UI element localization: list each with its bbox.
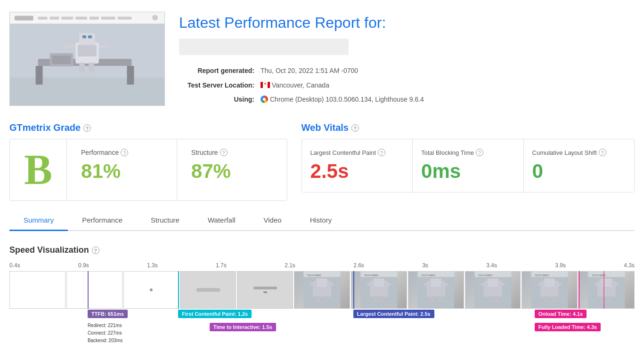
svg-rect-36	[326, 283, 334, 286]
tab-waterfall[interactable]: Waterfall	[194, 210, 250, 231]
svg-rect-6	[75, 17, 87, 20]
svg-rect-29	[268, 82, 270, 88]
tbt-box: Total Blocking Time ? 0ms	[413, 139, 523, 192]
svg-rect-64	[487, 296, 491, 303]
report-meta: Report generated: Thu, Oct 20, 2022 1:51…	[179, 64, 635, 106]
onload-text: Onload Time: 4.1s	[538, 311, 583, 317]
tbt-help-icon[interactable]: ?	[476, 149, 483, 156]
vitals-help-icon[interactable]: ?	[351, 124, 359, 132]
svg-rect-38	[324, 296, 327, 303]
frame-6: TECH AMERI	[294, 271, 350, 309]
svg-rect-28	[261, 82, 263, 88]
lcp-label: Largest Contentful Paint ?	[310, 149, 404, 156]
svg-text:TECH AMERI: TECH AMERI	[364, 274, 378, 277]
tbt-value: 0ms	[421, 160, 514, 183]
server-value: Vancouver, Canada	[272, 79, 329, 92]
svg-rect-9	[118, 17, 132, 20]
ttfb-backend: Backend: 203ms	[88, 337, 123, 344]
svg-rect-8	[101, 17, 115, 20]
structure-score-value: 87%	[191, 160, 273, 183]
ruler-mark-2: 0.9s	[78, 262, 89, 269]
svg-rect-37	[317, 296, 320, 303]
screenshot-svg	[10, 12, 164, 106]
speed-help-icon[interactable]: ?	[92, 247, 99, 254]
svg-rect-54	[440, 283, 448, 286]
svg-rect-14	[36, 66, 43, 85]
lcp-ann-text: Largest Contentful Paint: 2.5s	[357, 311, 431, 317]
ruler-mark-6: 2.6s	[353, 262, 364, 269]
struct-help-icon[interactable]: ?	[220, 149, 228, 156]
fcp-text: First Contentful Paint: 1.2s	[182, 311, 248, 317]
lcp-help-icon[interactable]: ?	[378, 149, 385, 156]
generated-value: Thu, Oct 20, 2022 1:51 AM -0700	[261, 64, 358, 77]
ttfb-connect: Connect: 227ms	[88, 329, 123, 337]
using-label: Using:	[179, 93, 254, 106]
tab-performance[interactable]: Performance	[68, 210, 137, 231]
svg-rect-15	[127, 66, 134, 85]
ruler-mark-10: 4.3s	[624, 262, 635, 269]
tbt-label-text: Total Blocking Time	[421, 149, 474, 156]
lcp-annotation: Largest Contentful Paint: 2.5s	[353, 310, 434, 318]
svg-text:TECH AMERI: TECH AMERI	[535, 274, 549, 277]
ruler-mark-4: 1.7s	[216, 262, 227, 269]
grade-letter: B	[24, 149, 52, 191]
svg-rect-20	[88, 35, 92, 38]
tab-video[interactable]: Video	[250, 210, 296, 231]
ruler-mark-3: 1.3s	[147, 262, 158, 269]
grade-letter-box: B	[10, 139, 67, 200]
svg-rect-22	[99, 45, 111, 48]
svg-text:TECH AMERI: TECH AMERI	[592, 274, 606, 277]
frame-2	[66, 271, 122, 309]
tab-structure[interactable]: Structure	[137, 210, 194, 231]
speed-visualization-title: Speed Visualization ?	[9, 245, 635, 255]
web-vitals-title: Web Vitals ?	[302, 122, 635, 133]
lcp-value: 2.5s	[310, 160, 404, 183]
frames-row: TECH AMERI TECH AMERI TECH AMERI TECH AM…	[9, 271, 635, 309]
svg-rect-56	[438, 296, 441, 303]
gtmetrix-grade-section: GTmetrix Grade ? B Performance ? 81%	[9, 122, 287, 201]
ttfb-detail: Redirect: 221ms Connect: 227ms Backend: …	[88, 322, 123, 344]
timeline-ruler: 0.4s 0.9s 1.3s 1.7s 2.1s 2.6s 3s 3.4s 3.…	[9, 262, 635, 269]
frames-area: TECH AMERI TECH AMERI TECH AMERI TECH AM…	[9, 271, 635, 309]
cls-value: 0	[532, 160, 626, 183]
fully-loaded-annotation: Fully Loaded Time: 4.3s	[535, 323, 601, 331]
perf-help-icon[interactable]: ?	[121, 149, 128, 156]
svg-rect-55	[430, 296, 434, 303]
url-bar	[179, 39, 349, 55]
ttfb-redirect: Redirect: 221ms	[88, 322, 123, 329]
svg-rect-83	[608, 296, 612, 303]
svg-rect-61	[487, 279, 498, 287]
tti-annotation: Time to Interactive: 1.5s	[210, 323, 276, 331]
svg-rect-79	[601, 279, 612, 287]
site-screenshot	[9, 12, 165, 106]
svg-rect-73	[544, 296, 548, 303]
lcp-label-text: Largest Contentful Paint	[310, 149, 376, 156]
cls-help-icon[interactable]: ?	[599, 149, 606, 156]
ruler-mark-8: 3.4s	[486, 262, 497, 269]
gtmetrix-help-icon[interactable]: ?	[83, 124, 91, 132]
tab-summary[interactable]: Summary	[9, 210, 68, 231]
svg-rect-24	[89, 63, 94, 72]
svg-rect-70	[544, 279, 555, 287]
frame-10: TECH AMERI	[522, 271, 578, 309]
performance-score-value: 81%	[81, 160, 163, 183]
frame-5	[237, 271, 293, 309]
grade-card: B Performance ? 81% Structure ?	[9, 139, 287, 201]
struct-label-text: Structure	[191, 149, 218, 156]
vitals-card: Largest Contentful Paint ? 2.5s Total Bl…	[302, 139, 635, 192]
tabs-list: Summary Performance Structure Waterfall …	[9, 210, 635, 230]
cls-label-text: Cumulative Layout Shift	[532, 149, 597, 156]
ruler-mark-7: 3s	[422, 262, 428, 269]
frame-11: TECH AMERI	[579, 271, 635, 309]
svg-point-10	[152, 15, 158, 21]
tab-history[interactable]: History	[296, 210, 346, 231]
svg-rect-47	[381, 296, 384, 303]
performance-score-box: Performance ? 81%	[67, 139, 177, 200]
frame-1	[9, 271, 65, 309]
svg-rect-12	[10, 78, 164, 106]
ttfb-text: TTFB: 651ms	[91, 311, 124, 317]
svg-rect-82	[601, 296, 605, 303]
svg-rect-18	[79, 33, 95, 45]
svg-rect-4	[49, 17, 59, 20]
report-title: Latest Performance Report for:	[179, 14, 635, 32]
